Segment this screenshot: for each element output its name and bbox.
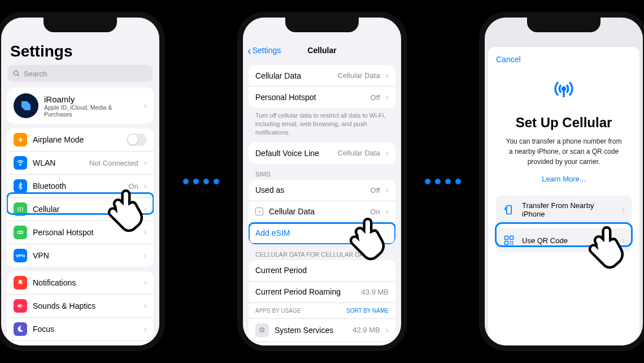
svg-point-0 xyxy=(14,71,18,75)
qr-code-icon xyxy=(503,234,515,247)
gear-icon: ⚙ xyxy=(255,323,269,337)
apps-header-row: APPS BY USAGE SORT BY NAME xyxy=(249,303,395,319)
airplane-toggle[interactable] xyxy=(127,133,147,146)
bluetooth-icon xyxy=(14,179,27,193)
step-dots xyxy=(183,179,219,184)
chevron-right-icon: › xyxy=(144,204,147,214)
chevron-right-icon: › xyxy=(386,71,389,81)
chevron-right-icon: › xyxy=(144,278,147,288)
row-system-services[interactable]: ⚙ System Services 42.9 MB › xyxy=(249,319,395,342)
chevron-right-icon: › xyxy=(622,235,625,245)
wifi-icon xyxy=(14,156,27,170)
row-wlan[interactable]: WLAN Not Connected › xyxy=(7,152,154,175)
row-vpn[interactable]: VPN VPN › xyxy=(7,244,154,267)
apps-usage-label: APPS BY USAGE xyxy=(255,308,301,314)
svg-rect-9 xyxy=(507,206,511,214)
page-title: Settings xyxy=(1,39,159,65)
row-bluetooth[interactable]: Bluetooth On › xyxy=(7,175,154,198)
row-default-voice[interactable]: Default Voice Line Cellular Data › xyxy=(249,142,395,164)
chevron-right-icon: › xyxy=(144,227,147,237)
svg-point-5 xyxy=(20,231,23,234)
chevron-left-icon: ‹ xyxy=(247,44,251,57)
back-button[interactable]: ‹ Settings xyxy=(247,44,281,57)
row-cellular-data[interactable]: Cellular Data Cellular Data › xyxy=(249,65,395,87)
svg-rect-10 xyxy=(505,236,508,240)
notch xyxy=(43,18,117,32)
row-sounds[interactable]: Sounds & Haptics › xyxy=(7,295,154,318)
antenna-icon xyxy=(552,77,575,105)
phone-cellular: ‹ Settings Cellular Cellular Data Cellul… xyxy=(237,12,407,351)
sims-header: SIMs xyxy=(243,164,401,180)
row-focus[interactable]: Focus › xyxy=(7,318,154,341)
account-name: iRoamly xyxy=(44,94,138,104)
airplane-icon: ✈ xyxy=(14,133,27,146)
row-cellular[interactable]: Cellular › xyxy=(7,198,154,221)
row-personal-hotspot[interactable]: Personal Hotspot Off › xyxy=(249,87,395,108)
svg-line-1 xyxy=(18,75,19,76)
row-safari[interactable]: Safari 202 KB xyxy=(249,342,395,345)
setup-description: You can transfer a phone number from a n… xyxy=(496,136,632,167)
row-screentime[interactable]: Screen Time › xyxy=(7,341,154,345)
chevron-right-icon: › xyxy=(144,250,147,261)
account-row[interactable]: iRoamly Apple ID, iCloud, Media & Purcha… xyxy=(7,88,154,124)
cellular-icon xyxy=(14,202,27,216)
sounds-icon xyxy=(14,299,27,313)
svg-rect-15 xyxy=(510,243,511,244)
chevron-right-icon: › xyxy=(386,206,389,217)
svg-rect-12 xyxy=(505,241,508,245)
row-current-period-roaming[interactable]: Current Period Roaming 43.9 MB xyxy=(249,282,395,303)
option-transfer-iphone[interactable]: Transfer From Nearby iPhone › xyxy=(496,196,632,224)
row-notifications[interactable]: Notifications › xyxy=(7,271,154,295)
chevron-right-icon: › xyxy=(386,92,389,102)
sort-button[interactable]: SORT BY NAME xyxy=(346,308,389,314)
chevron-right-icon: › xyxy=(144,158,147,168)
chevron-right-icon: › xyxy=(386,185,389,195)
row-airplane[interactable]: ✈ Airplane Mode xyxy=(7,128,154,152)
chevron-right-icon: › xyxy=(144,301,147,311)
chevron-right-icon: › xyxy=(144,324,147,334)
step-dots xyxy=(425,179,461,184)
focus-icon xyxy=(14,322,27,336)
chevron-right-icon: › xyxy=(386,148,389,158)
svg-rect-13 xyxy=(510,241,511,243)
nav-title: Cellular xyxy=(307,46,336,55)
row-sim-cellular[interactable]: ▪ Cellular Data On › xyxy=(249,201,395,223)
data-header: CELLULAR DATA FOR CELLULAR DATA xyxy=(243,244,401,260)
cancel-button[interactable]: Cancel xyxy=(496,55,521,64)
chevron-right-icon: › xyxy=(144,181,147,191)
phone-setup-cellular: Cancel Set Up Cellular You can transfer … xyxy=(479,12,644,351)
account-subtitle: Apple ID, iCloud, Media & Purchases xyxy=(44,104,138,118)
row-add-esim[interactable]: Add eSIM xyxy=(249,223,395,244)
learn-more-link[interactable]: Learn More... xyxy=(542,175,585,183)
transfer-icon xyxy=(503,204,515,216)
svg-point-4 xyxy=(18,231,20,234)
notifications-icon xyxy=(14,276,27,289)
search-icon xyxy=(12,70,20,77)
phone-settings: Settings Search iRoamly Apple ID, iCloud… xyxy=(0,12,165,351)
option-qr-code[interactable]: Use QR Code › xyxy=(496,228,632,252)
settings-group-1: ✈ Airplane Mode WLAN Not Connected › Blu… xyxy=(7,128,154,267)
settings-group-2: Notifications › Sounds & Haptics › Focus… xyxy=(7,271,154,345)
row-sim-used[interactable]: Used as Off › xyxy=(249,180,395,201)
setup-title: Set Up Cellular xyxy=(516,115,612,131)
notch xyxy=(527,18,601,32)
vpn-icon: VPN xyxy=(14,249,27,262)
svg-rect-14 xyxy=(512,241,513,243)
sim-icon: ▪ xyxy=(255,208,263,215)
search-placeholder: Search xyxy=(24,70,47,78)
hotspot-icon xyxy=(14,226,27,239)
row-hotspot[interactable]: Personal Hotspot › xyxy=(7,221,154,244)
chevron-right-icon: › xyxy=(386,325,389,335)
navbar: ‹ Settings Cellular xyxy=(243,39,401,62)
svg-rect-11 xyxy=(510,236,514,240)
svg-rect-16 xyxy=(512,243,513,244)
chevron-right-icon: › xyxy=(622,205,625,215)
search-input[interactable]: Search xyxy=(8,65,153,82)
row-current-period[interactable]: Current Period xyxy=(249,260,395,282)
notch xyxy=(285,18,359,32)
chevron-right-icon: › xyxy=(144,101,147,111)
footer-note: Turn off cellular data to restrict all d… xyxy=(243,108,401,137)
avatar xyxy=(14,93,38,118)
svg-point-2 xyxy=(20,165,21,166)
